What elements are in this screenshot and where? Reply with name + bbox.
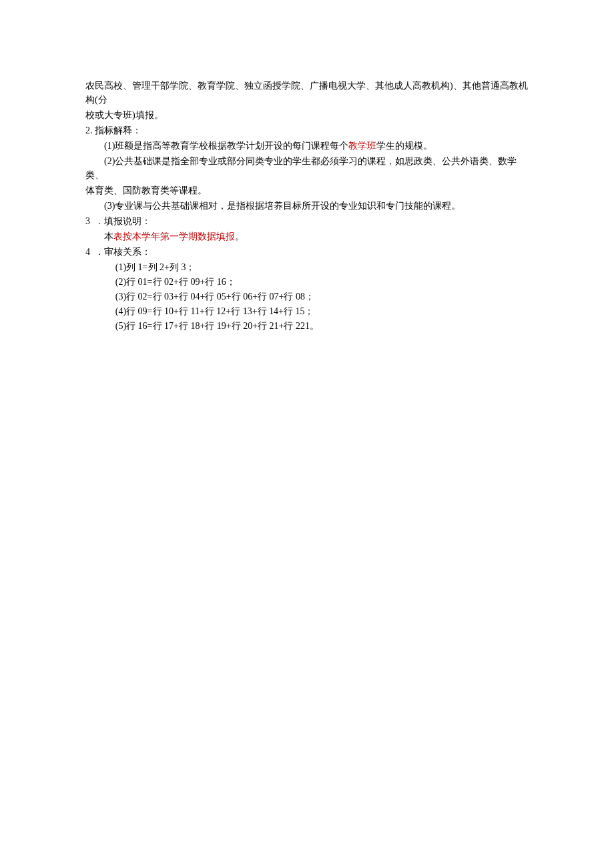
document-body: 农民高校、管理干部学院、教育学院、独立函授学院、广播电视大学、其他成人高教机构)… <box>85 79 529 333</box>
section-4-item-2: (2)行 01=行 02+行 09+行 16； <box>85 275 529 289</box>
text: (3)行 02=行 03+行 04+行 05+行 06+行 07+行 08； <box>115 292 314 302</box>
text: ．审核关系： <box>95 247 151 257</box>
text: (1)班额是指高等教育学校根据教学计划开设的每门课程每个 <box>104 141 348 151</box>
section-2-header: 2. 指标解释： <box>85 123 529 137</box>
section-2-item-2-line-1: (2)公共基础课是指全部专业或部分同类专业的学生都必须学习的课程，如思政类、公共… <box>85 154 529 182</box>
text: 体育类、国防教育类等课程。 <box>85 185 207 195</box>
section-4-item-1: (1)列 1=列 2+列 3； <box>85 260 529 274</box>
section-3-content: 本表按本学年第一学期数据填报。 <box>85 230 529 244</box>
section-2-item-2-line-2: 体育类、国防教育类等课程。 <box>85 183 529 197</box>
section-3-header: 3 ．填报说明： <box>85 214 529 228</box>
text: (2)行 01=行 02+行 09+行 16； <box>115 277 236 287</box>
number: 4 <box>85 247 90 257</box>
text: (5)行 16=行 17+行 18+行 19+行 20+行 21+行 221。 <box>115 321 319 331</box>
text: (2)公共基础课是指全部专业或部分同类专业的学生都必须学习的课程，如思政类、公共… <box>85 156 517 180</box>
highlight-text: 教学班 <box>348 141 376 151</box>
text: ．填报说明： <box>95 216 151 226</box>
number: 3 <box>85 216 90 226</box>
section-2-item-1: (1)班额是指高等教育学校根据教学计划开设的每门课程每个教学班学生的规模。 <box>85 139 529 153</box>
text: 农民高校、管理干部学院、教育学院、独立函授学院、广播电视大学、其他成人高教机构)… <box>85 81 528 105</box>
section-4-header: 4 ．审核关系： <box>85 245 529 259</box>
text: 。 <box>235 232 244 242</box>
highlight-text: 表按本学年第一学期数据填报 <box>113 232 235 242</box>
text: (3)专业课与公共基础课相对，是指根据培养目标所开设的专业知识和专门技能的课程。 <box>104 201 460 211</box>
section-4-item-5: (5)行 16=行 17+行 18+行 19+行 20+行 21+行 221。 <box>85 319 529 333</box>
text: 学生的规模。 <box>376 141 432 151</box>
section-4-item-4: (4)行 09=行 10+行 11+行 12+行 13+行 14+行 15； <box>85 304 529 318</box>
section-4-item-3: (3)行 02=行 03+行 04+行 05+行 06+行 07+行 08； <box>85 290 529 304</box>
paragraph-1-line-2: 校或大专班)填报。 <box>85 108 529 122</box>
text: (4)行 09=行 10+行 11+行 12+行 13+行 14+行 15； <box>115 306 314 316</box>
paragraph-1-line-1: 农民高校、管理干部学院、教育学院、独立函授学院、广播电视大学、其他成人高教机构)… <box>85 79 529 107</box>
text: (1)列 1=列 2+列 3； <box>115 262 196 272</box>
text: 校或大专班)填报。 <box>85 110 164 120</box>
section-2-item-3: (3)专业课与公共基础课相对，是指根据培养目标所开设的专业知识和专门技能的课程。 <box>85 199 529 213</box>
text: 本 <box>104 232 113 242</box>
text: 2. 指标解释： <box>85 125 141 135</box>
